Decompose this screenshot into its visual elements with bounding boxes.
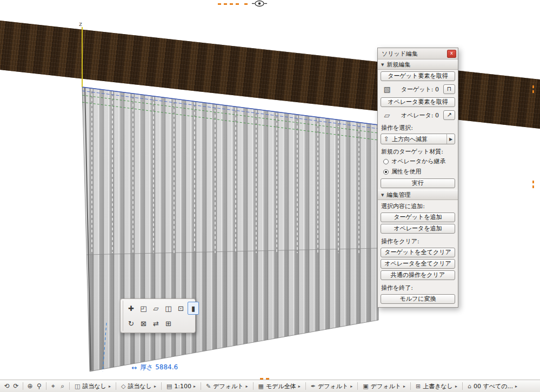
target-pick-button[interactable]: ⊓ (443, 84, 455, 94)
radio-icon[interactable] (383, 159, 389, 164)
radio-selected-icon[interactable] (383, 169, 389, 175)
operator-solid-icon: ▱ (381, 111, 394, 119)
dropdown-arrow-icon: ▸ (350, 384, 352, 389)
prev-view-icon[interactable]: ⟲ (2, 381, 11, 391)
dropdown-arrow-icon: ▸ (403, 384, 405, 389)
scale-dropdown[interactable]: ▤ 1:100 ▸ (164, 381, 198, 391)
walk-mode-icon[interactable]: ⚲ (35, 381, 44, 391)
graphic-override-icon: ✒ (311, 383, 316, 390)
new-target-material-label: 新規のターゲット材質: (378, 145, 458, 156)
svg-text:z: z (79, 21, 82, 28)
guide-marker (244, 3, 250, 5)
pen-set-dropdown[interactable]: ✎ デフォルト ▸ (203, 381, 251, 391)
radio-use-attributes[interactable]: 属性を使用 (378, 167, 458, 177)
collapse-triangle-icon: ▼ (381, 193, 384, 197)
target-solid-icon: ▧ (381, 85, 394, 94)
model-view-dropdown[interactable]: ▦ モデル全体 ▸ (256, 381, 303, 391)
override-dropdown[interactable]: ⊞ 上書きなし ▸ (413, 381, 460, 391)
section-edit-management[interactable]: ▼ 編集管理 (378, 190, 458, 200)
guide-marker (532, 181, 534, 188)
zoom-in-icon[interactable]: ⊕ (25, 381, 35, 391)
subtract-polygon-icon[interactable]: ⊡ (175, 302, 186, 315)
scale-icon: ▤ (166, 383, 172, 390)
add-target-button[interactable]: ターゲットを追加 (381, 212, 455, 222)
clear-all-targets-button[interactable]: ターゲットを全てクリア (381, 248, 455, 257)
guide-marker (218, 3, 242, 5)
select-operation-label: 操作を選択: (378, 122, 458, 132)
close-icon[interactable]: x (447, 50, 456, 58)
operation-dropdown[interactable]: ⇧ 上方向へ減算 ▶ (381, 134, 455, 144)
guide-marker (532, 85, 534, 93)
dropdown-arrow-icon: ▸ (515, 384, 517, 389)
clear-all-operators-button[interactable]: オペレータを全てクリア (381, 259, 455, 269)
layer-combination-dropdown[interactable]: ⌂ 00 すべての... ▸ (465, 381, 520, 391)
rotate-icon[interactable]: ↻ (125, 317, 137, 330)
dimension-style-icon: ▣ (363, 383, 368, 390)
collapse-triangle-icon: ▼ (381, 63, 384, 67)
dropdown-arrow-icon: ▸ (194, 384, 196, 389)
radio-use-attr-label: 属性を使用 (391, 168, 421, 176)
radio-inherit-from-operator[interactable]: オペレータから継承 (378, 156, 458, 167)
elevate-icon[interactable]: ⇄ (150, 317, 162, 330)
pet-palette: ✚ ◰ ▱ ◫ ⊡ ▮ ↻ ⊠ ⇄ ⊞ (120, 298, 196, 333)
get-operator-button[interactable]: オペレータ要素を取得 (381, 97, 455, 107)
app-window: z ↔ 厚さ 5884.6 ✚ ◰ ▱ ◫ ⊡ ▮ ↻ ⊠ ⇄ (0, 0, 540, 392)
operator-count-label: オペレータ: 0 (396, 111, 441, 119)
renovation-filter-dropdown[interactable]: ◫ 該当なし ▸ (72, 381, 114, 391)
panel-title: ソリッド編集 (382, 50, 447, 58)
clear-common-operations-button[interactable]: 共通の操作をクリア (381, 270, 455, 280)
execute-button[interactable]: 実行 (381, 178, 455, 188)
model-view-icon: ▦ (258, 383, 264, 390)
renovation-status-icon: ◇ (121, 383, 125, 390)
operation-value: 上方向へ減算 (392, 135, 446, 143)
eye-icon[interactable] (252, 0, 267, 7)
dropdown-arrow-icon: ▸ (154, 384, 156, 389)
operation-icon: ⇧ (381, 135, 392, 143)
offset-all-edges-icon[interactable]: ▱ (150, 302, 162, 315)
override-icon: ⊞ (416, 383, 421, 390)
add-polygon-icon[interactable]: ◫ (163, 302, 174, 315)
renovation-filter-icon: ◫ (75, 383, 80, 390)
dimension-style-dropdown[interactable]: ▣ デフォルト ▸ (360, 381, 408, 391)
clear-operations-label: 操作をクリア: (378, 235, 458, 246)
dropdown-arrow-icon: ▸ (455, 384, 457, 389)
add-to-selection-label: 選択内容に追加: (378, 200, 458, 211)
multiply-icon[interactable]: ⊞ (163, 317, 174, 330)
section-edit-management-label: 編集管理 (386, 191, 410, 199)
mirror-icon[interactable]: ⊠ (138, 317, 149, 330)
offset-edge-icon[interactable]: ◰ (138, 302, 149, 315)
section-new-edit-label: 新規編集 (386, 61, 410, 69)
measure-leader-line (103, 323, 106, 371)
graphic-override-dropdown[interactable]: ✒ デフォルト ▸ (308, 381, 356, 391)
add-operator-button[interactable]: オペレータを追加 (381, 224, 455, 234)
thickness-tracker[interactable]: ↔ 厚さ 5884.6 (131, 363, 178, 372)
dropdown-arrow-icon: ▸ (109, 384, 111, 389)
terrain-band (0, 0, 540, 392)
thickness-value: 厚さ 5884.6 (140, 363, 178, 372)
solid-edit-panel: ソリッド編集 x ▼ 新規編集 ターゲット要素を取得 ▧ ターゲット: 0 ⊓ … (377, 48, 458, 308)
status-bar: ⟲ ⟳ ⊕ ⚲ ⌖ ⌕ ◫ 該当なし ▸ ◇ 該当なし ▸ ▤ 1:100 ▸ … (0, 380, 540, 392)
panel-title-bar[interactable]: ソリッド編集 x (378, 48, 458, 59)
end-operations-label: 操作を終了: (378, 282, 458, 293)
get-target-button[interactable]: ターゲット要素を取得 (381, 71, 455, 81)
convert-to-morph-button[interactable]: モルフに変換 (381, 294, 455, 304)
next-view-icon[interactable]: ⟳ (11, 381, 21, 391)
operator-pick-button[interactable]: ↗ (443, 110, 455, 120)
fit-view-icon[interactable]: ⌖ (49, 381, 58, 391)
renovation-status-dropdown[interactable]: ◇ 該当なし ▸ (118, 381, 159, 391)
palette-drag-handle[interactable] (123, 301, 123, 331)
stretch-icon[interactable]: ▮ (188, 302, 199, 315)
move-icon[interactable]: ✚ (125, 302, 137, 315)
section-new-edit[interactable]: ▼ 新規編集 (378, 59, 458, 70)
layer-combination-icon: ⌂ (468, 383, 471, 390)
viewport-3d[interactable]: z ↔ 厚さ 5884.6 (0, 0, 540, 392)
radio-inherit-label: オペレータから継承 (391, 157, 446, 165)
target-count-label: ターゲット: 0 (396, 85, 441, 94)
find-select-icon[interactable]: ⌕ (58, 381, 67, 391)
flyout-arrow-icon: ▶ (446, 134, 455, 144)
double-arrow-icon: ↔ (131, 364, 137, 371)
pen-set-icon: ✎ (206, 383, 211, 390)
dropdown-arrow-icon: ▸ (298, 384, 301, 389)
dropdown-arrow-icon: ▸ (246, 384, 248, 389)
